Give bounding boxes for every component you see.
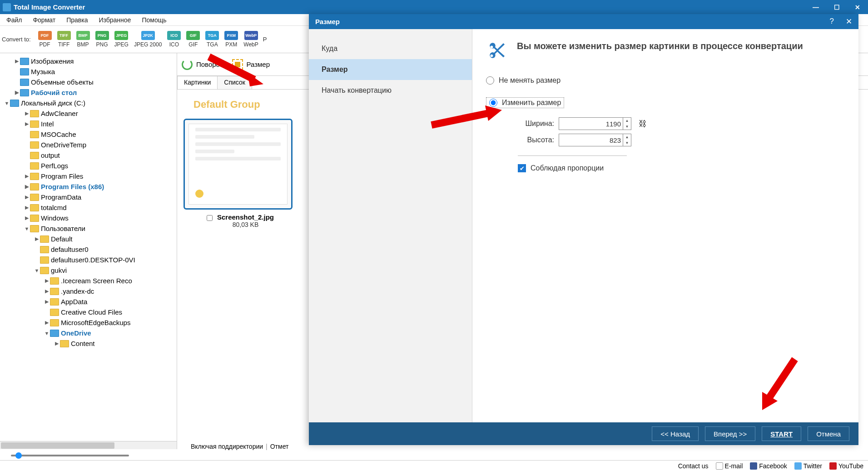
radio-keep-input[interactable] xyxy=(486,76,494,85)
tree-item[interactable]: ▶.Icecream Screen Reco xyxy=(0,276,177,286)
format-ico[interactable]: ICOICO xyxy=(167,31,181,48)
format-tiff[interactable]: TIFFTIFF xyxy=(57,31,71,48)
radio-resize-label: Изменить размер xyxy=(502,99,561,107)
maximize-button[interactable]: ☐ xyxy=(826,0,847,14)
menu-file[interactable]: Файл xyxy=(1,16,27,24)
resize-label: Размер xyxy=(247,60,270,68)
footer-facebook[interactable]: Facebook xyxy=(750,462,787,470)
window-controls: — ☐ ✕ xyxy=(805,0,868,14)
minimize-button[interactable]: — xyxy=(805,0,826,14)
width-label: Ширина: xyxy=(509,120,554,128)
resize-icon xyxy=(232,59,243,70)
folder-tree[interactable]: ▶ИзображенияМузыкаОбъемные объекты▶Рабоч… xyxy=(0,53,177,441)
dialog-help-icon[interactable]: ? xyxy=(830,17,834,26)
tree-item[interactable]: ▶totalcmd xyxy=(0,202,177,213)
tree-item[interactable]: ▶Изображения xyxy=(0,56,177,66)
tree-item[interactable]: Объемные объекты xyxy=(0,77,177,87)
close-button[interactable]: ✕ xyxy=(847,0,868,14)
zoom-slider-row xyxy=(0,450,868,461)
keep-ratio-label: Соблюдая пропорции xyxy=(531,164,604,172)
tree-item[interactable]: ▶AppData xyxy=(0,296,177,307)
tree-item[interactable]: ▶Windows xyxy=(0,213,177,223)
format-jpeg2000[interactable]: JP2KJPEG 2000 xyxy=(134,31,162,48)
radio-resize-input[interactable] xyxy=(489,99,497,107)
cancel-button[interactable]: Отмена xyxy=(808,426,849,441)
height-input[interactable]: 823▲▼ xyxy=(559,134,631,146)
tree-item[interactable]: defaultuser0.DESKTOP-0VI xyxy=(0,255,177,265)
tree-item[interactable]: Creative Cloud Files xyxy=(0,307,177,317)
format-bmp[interactable]: BMPBMP xyxy=(76,31,90,48)
sidebar-scrollbar[interactable] xyxy=(0,441,177,449)
tree-item[interactable]: ▼OneDrive xyxy=(0,328,177,338)
radio-resize[interactable]: Изменить размер xyxy=(486,97,564,108)
link-icon[interactable]: ⛓ xyxy=(639,119,647,129)
keep-ratio-check[interactable]: ✔ Соблюдая пропорции xyxy=(518,164,845,172)
tree-item[interactable]: ▶Рабочий стол xyxy=(0,87,177,98)
menu-favorites[interactable]: Избранное xyxy=(93,16,136,24)
dialog-title: Размер xyxy=(315,18,340,25)
tree-item[interactable]: ▶Default xyxy=(0,234,177,244)
nav-destination[interactable]: Куда xyxy=(309,38,472,59)
file-thumb[interactable]: Screenshot_2.jpg 80,03 KB xyxy=(184,119,297,228)
height-label: Высота: xyxy=(509,136,554,144)
radio-keep-size[interactable]: Не менять размер xyxy=(486,76,845,85)
tree-item[interactable]: defaultuser0 xyxy=(0,244,177,255)
tab-list[interactable]: Список xyxy=(217,76,252,89)
tree-item[interactable]: ▼gukvi xyxy=(0,265,177,276)
status-subdirs[interactable]: Включая поддиректории xyxy=(191,443,263,450)
zoom-slider[interactable] xyxy=(11,455,129,456)
nav-size[interactable]: Размер xyxy=(309,59,472,80)
format-jpeg[interactable]: JPEGJPEG xyxy=(114,31,129,48)
nav-start[interactable]: Начать конвертацию xyxy=(309,80,472,101)
file-checkbox[interactable] xyxy=(207,215,213,221)
status-mark[interactable]: Отмет xyxy=(270,443,289,450)
tree-item[interactable]: PerfLogs xyxy=(0,160,177,171)
tree-item[interactable]: output xyxy=(0,150,177,160)
tree-item[interactable]: MSOCache xyxy=(0,129,177,140)
menu-edit[interactable]: Правка xyxy=(61,16,93,24)
footer-contact[interactable]: Contact us xyxy=(678,462,709,470)
dialog-footer: << Назад Вперед >> START Отмена xyxy=(309,422,858,445)
app-logo-icon xyxy=(3,3,11,11)
tree-item[interactable]: ▼Пользователи xyxy=(0,223,177,234)
next-button[interactable]: Вперед >> xyxy=(705,426,755,441)
back-button[interactable]: << Назад xyxy=(652,426,699,441)
file-size: 80,03 KB xyxy=(217,221,274,228)
tree-item[interactable]: ▶AdwCleaner xyxy=(0,108,177,119)
tree-item[interactable]: ▶ProgramData xyxy=(0,192,177,202)
footer-youtube[interactable]: YouTube xyxy=(829,462,863,470)
rotate-button[interactable]: Поворот xyxy=(182,59,223,70)
format-pxm[interactable]: PXMPXM xyxy=(224,31,238,48)
resize-button[interactable]: Размер xyxy=(232,59,270,70)
footer-email[interactable]: E-mail xyxy=(716,462,743,470)
menu-format[interactable]: Формат xyxy=(27,16,61,24)
dialog-nav: Куда Размер Начать конвертацию xyxy=(309,29,472,422)
format-pdf[interactable]: PDFPDF xyxy=(38,31,52,48)
tree-item[interactable]: ▼Локальный диск (C:) xyxy=(0,98,177,108)
tree-item[interactable]: OneDriveTemp xyxy=(0,140,177,150)
convert-label: Convert to: xyxy=(2,36,31,43)
tree-item[interactable]: ▶.yandex-dc xyxy=(0,286,177,296)
tab-pictures[interactable]: Картинки xyxy=(177,76,218,89)
width-input[interactable]: 1190▲▼ xyxy=(559,117,631,130)
footer-twitter[interactable]: Twitter xyxy=(794,462,822,470)
format-png[interactable]: PNGPNG xyxy=(95,31,109,48)
dialog-close-icon[interactable]: ✕ xyxy=(846,17,852,26)
format-tga[interactable]: TGATGA xyxy=(205,31,219,48)
status-bar: Включая поддиректории | Отмет xyxy=(191,443,288,450)
tree-item[interactable]: ▶Content xyxy=(0,338,177,349)
width-row: Ширина: 1190▲▼ ⛓ xyxy=(509,117,845,130)
dialog-main: Вы можете изменить размер картинки в про… xyxy=(472,29,858,422)
file-name: Screenshot_2.jpg xyxy=(217,213,274,221)
tree-item[interactable]: Музыка xyxy=(0,66,177,77)
format-webp[interactable]: WebPWebP xyxy=(243,31,258,48)
tree-item[interactable]: ▶Intel xyxy=(0,119,177,129)
menu-help[interactable]: Помощь xyxy=(136,16,172,24)
format-gif[interactable]: GIFGIF xyxy=(186,31,200,48)
toolbar-more: P xyxy=(263,36,267,43)
tree-item[interactable]: ▶MicrosoftEdgeBackups xyxy=(0,317,177,328)
tree-item[interactable]: ▶Program Files (x86) xyxy=(0,181,177,192)
start-button[interactable]: START xyxy=(762,426,801,441)
tree-item[interactable]: ▶Program Files xyxy=(0,171,177,181)
divider xyxy=(518,155,627,156)
